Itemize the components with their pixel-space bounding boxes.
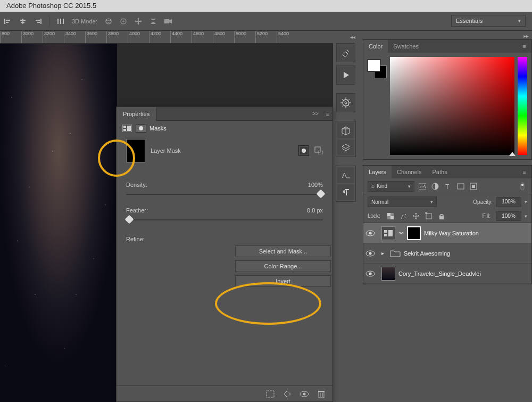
layer-name[interactable]: Sekrit Awesoming <box>404 250 450 257</box>
tab-layers[interactable]: Layers <box>363 166 392 178</box>
density-value[interactable]: 100% <box>308 182 323 188</box>
workspace-label: Essentials <box>456 18 483 24</box>
layer-row[interactable]: Cory_Traveler_Single_Deadvlei <box>363 264 531 284</box>
foreground-background-swatch[interactable] <box>368 59 387 78</box>
3d-slide-icon[interactable] <box>147 15 159 27</box>
visibility-icon[interactable] <box>365 230 378 236</box>
panel-tabbar: Properties >> ≡ <box>117 107 332 121</box>
panel-menu-icon[interactable]: ≡ <box>323 111 332 117</box>
invert-button[interactable]: Invert <box>235 275 331 287</box>
filter-adjustment-icon[interactable] <box>430 182 440 191</box>
lock-artboard-icon[interactable] <box>424 211 434 221</box>
properties-panel: Properties >> ≡ Masks Layer Mask Density… <box>116 106 333 402</box>
layer-name[interactable]: Cory_Traveler_Single_Deadvlei <box>398 270 481 277</box>
tab-swatches[interactable]: Swatches <box>388 40 424 53</box>
apply-mask-icon[interactable] <box>282 389 292 399</box>
disable-mask-icon[interactable] <box>300 389 309 399</box>
app-title: Adobe Photoshop CC 2015.5 <box>6 2 96 10</box>
visibility-icon[interactable] <box>365 270 378 277</box>
filter-smart-icon[interactable] <box>469 182 478 191</box>
density-label: Density: <box>126 182 147 188</box>
align-right-icon[interactable] <box>32 15 44 27</box>
svg-rect-8 <box>37 22 40 23</box>
filter-pixel-icon[interactable] <box>418 182 427 191</box>
workspace-switcher[interactable]: Essentials ▾ <box>451 15 526 27</box>
select-and-mask-button[interactable]: Select and Mask... <box>235 245 331 257</box>
svg-rect-6 <box>40 19 41 24</box>
panel-menu-icon[interactable]: ≡ <box>518 166 531 178</box>
right-panel-column: Color Swatches ≡ Layers Channels Paths ≡… <box>363 39 532 402</box>
link-icon[interactable]: ⫘ <box>398 230 404 236</box>
lock-pixels-icon[interactable] <box>398 211 408 221</box>
tab-channels[interactable]: Channels <box>392 166 427 178</box>
foreground-color[interactable] <box>368 59 380 72</box>
ruler-tick: 3800 <box>106 31 128 44</box>
svg-point-58 <box>405 214 406 215</box>
mask-thumbnail[interactable] <box>126 139 145 162</box>
feather-value[interactable]: 0.0 px <box>307 207 323 214</box>
3d-cube-icon[interactable] <box>337 122 354 138</box>
chevron-down-icon: ▾ <box>518 18 521 23</box>
load-selection-icon[interactable] <box>265 389 275 399</box>
fill-value[interactable]: 100% <box>496 211 521 221</box>
actions-play-icon[interactable] <box>336 65 355 85</box>
layer-row[interactable]: ⫘ Milky Way Saturation <box>363 223 531 243</box>
delete-mask-icon[interactable] <box>317 389 326 399</box>
svg-rect-59 <box>426 214 431 219</box>
hue-slider[interactable] <box>518 57 527 155</box>
saturation-value-picker[interactable] <box>390 57 514 155</box>
mask-mode-icon[interactable] <box>136 124 146 133</box>
visibility-icon[interactable] <box>365 250 378 257</box>
color-range-button[interactable]: Color Range... <box>235 260 331 272</box>
align-left-icon[interactable] <box>2 15 14 27</box>
3d-roll-icon[interactable] <box>118 15 129 27</box>
adjustment-icon[interactable] <box>122 124 132 133</box>
layers-stack-icon[interactable] <box>337 140 354 155</box>
blend-mode-select[interactable]: Normal ▾ <box>368 196 437 207</box>
svg-point-23 <box>139 126 143 130</box>
vertical-panel-dock: ◂◂ A <box>334 34 358 202</box>
svg-point-13 <box>105 20 112 22</box>
lock-transparency-icon[interactable] <box>386 211 395 221</box>
masks-section-label: Masks <box>149 125 167 132</box>
align-center-h-icon[interactable] <box>17 15 29 27</box>
ship-wheel-icon[interactable] <box>336 93 355 112</box>
filter-toggle-icon[interactable] <box>518 182 527 191</box>
opacity-value[interactable]: 100% <box>496 197 521 207</box>
expand-dock-icon[interactable]: ◂◂ <box>350 34 358 40</box>
lock-position-icon[interactable] <box>411 211 421 221</box>
image-thumbnail[interactable] <box>381 267 395 281</box>
history-brush-icon[interactable] <box>336 43 355 62</box>
filter-type-icon[interactable]: T <box>443 182 453 191</box>
folder-collapse-icon[interactable]: ▸ <box>381 250 387 256</box>
panel-menu-icon[interactable]: ≡ <box>518 40 531 53</box>
lock-all-icon[interactable] <box>437 211 446 221</box>
3d-camera-icon[interactable] <box>162 15 174 27</box>
distribute-icon[interactable] <box>55 15 66 27</box>
filter-shape-icon[interactable] <box>456 182 466 191</box>
chevron-down-icon[interactable]: ▾ <box>525 214 527 219</box>
tab-properties[interactable]: Properties <box>117 107 156 121</box>
vector-mask-button[interactable] <box>313 145 324 156</box>
collapse-panels-icon[interactable]: ▸▸ <box>523 33 529 39</box>
layer-mask-thumbnail[interactable] <box>407 226 421 240</box>
svg-line-42 <box>348 105 350 106</box>
feather-slider[interactable] <box>126 216 323 224</box>
paragraph-icon[interactable] <box>337 184 354 200</box>
chevron-down-icon[interactable]: ▾ <box>525 199 527 204</box>
3d-orbit-icon[interactable] <box>103 15 114 27</box>
layer-row[interactable]: ▸ Sekrit Awesoming <box>363 243 531 264</box>
canvas-image[interactable] <box>0 44 117 402</box>
layer-name[interactable]: Milky Way Saturation <box>424 230 479 236</box>
tab-paths[interactable]: Paths <box>427 166 453 178</box>
density-slider[interactable] <box>126 190 323 199</box>
tab-color[interactable]: Color <box>363 40 388 53</box>
adjustment-thumbnail[interactable] <box>381 226 395 240</box>
svg-line-44 <box>348 99 350 101</box>
collapse-panel-icon[interactable]: >> <box>308 111 323 117</box>
pixel-mask-button[interactable] <box>298 145 309 156</box>
svg-line-43 <box>342 105 344 106</box>
character-icon[interactable]: A <box>337 167 354 183</box>
filter-kind-select[interactable]: ⌕Kind ▾ <box>368 181 414 192</box>
3d-pan-icon[interactable] <box>132 15 144 27</box>
